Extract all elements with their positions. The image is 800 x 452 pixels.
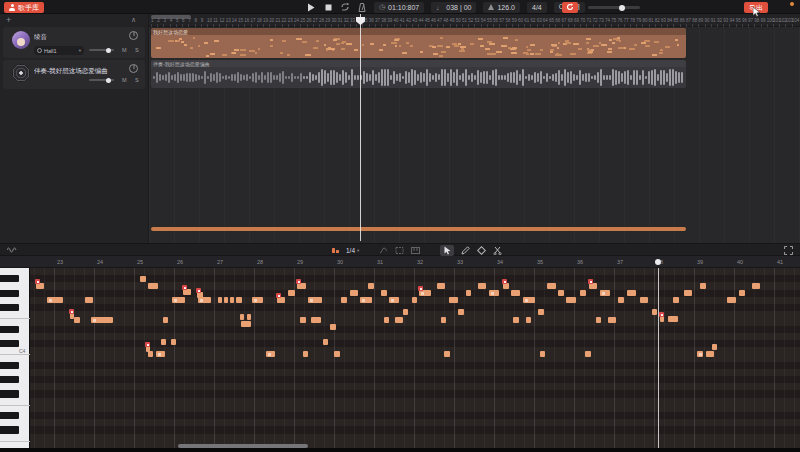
midi-note[interactable] [640, 297, 648, 303]
midi-note[interactable] [608, 317, 616, 323]
loop-button[interactable] [340, 2, 350, 12]
midi-note[interactable] [540, 351, 545, 357]
midi-note[interactable] [589, 283, 597, 289]
track-volume-slider[interactable] [89, 79, 114, 81]
reverb-dropdown[interactable]: Hall1 ▾ [34, 46, 84, 55]
black-key[interactable] [0, 340, 19, 347]
midi-clip[interactable]: 我好想这场恋爱 [151, 28, 686, 58]
midi-note[interactable] [266, 351, 275, 357]
black-key[interactable] [0, 412, 19, 419]
midi-note[interactable] [47, 297, 63, 303]
track-name[interactable]: 绫音 [34, 33, 47, 42]
midi-note[interactable] [727, 297, 736, 303]
midi-note[interactable] [140, 276, 146, 282]
midi-note[interactable] [596, 317, 601, 323]
master-volume-slider[interactable] [588, 6, 640, 9]
piano-roll-ruler[interactable]: 23242526272829303132333435363738394041 [0, 256, 800, 268]
arrangement-overview-bar[interactable] [151, 227, 686, 231]
midi-note[interactable] [697, 351, 703, 357]
metronome-button[interactable] [357, 2, 367, 12]
grid-size-dropdown[interactable]: 1/4 ▾ [346, 247, 359, 254]
midi-note[interactable] [311, 317, 321, 323]
arrange-ruler[interactable]: 1234567891011121314151617181920212223242… [149, 14, 800, 27]
midi-note[interactable] [368, 283, 374, 289]
midi-note[interactable] [308, 297, 322, 303]
singer-avatar[interactable] [12, 31, 30, 49]
midi-note[interactable] [183, 289, 191, 295]
midi-note[interactable] [198, 297, 211, 303]
midi-note[interactable] [618, 297, 624, 303]
black-key[interactable] [0, 326, 19, 333]
quantize-notes-icon[interactable] [332, 248, 339, 253]
time-signature-display[interactable]: 4/4 [527, 2, 547, 13]
midi-note[interactable] [547, 283, 556, 289]
midi-note[interactable] [458, 309, 464, 315]
midi-note[interactable] [74, 317, 80, 323]
midi-note[interactable] [172, 297, 185, 303]
collapse-panel-button[interactable]: ∧ [131, 14, 136, 26]
midi-note[interactable] [171, 339, 176, 345]
midi-note[interactable] [156, 351, 165, 357]
black-key[interactable] [0, 362, 19, 369]
midi-note[interactable] [303, 351, 308, 357]
midi-note[interactable] [236, 297, 242, 303]
singer-library-button[interactable]: 歌手库 [4, 2, 44, 13]
midi-note[interactable] [330, 324, 336, 330]
midi-note[interactable] [580, 290, 586, 296]
midi-note[interactable] [673, 297, 679, 303]
midi-note[interactable] [389, 297, 399, 303]
midi-note[interactable] [300, 317, 306, 323]
midi-note[interactable] [381, 290, 387, 296]
midi-note[interactable] [395, 317, 403, 323]
midi-note[interactable] [652, 309, 657, 315]
track-volume-slider[interactable] [89, 49, 114, 51]
midi-note[interactable] [752, 283, 760, 289]
midi-note[interactable] [163, 317, 168, 323]
bar-beat-display[interactable]: ♩ 038 | 00 [431, 2, 476, 13]
midi-note[interactable] [36, 283, 44, 289]
midi-note[interactable] [444, 351, 450, 357]
midi-note[interactable] [218, 297, 222, 303]
midi-note[interactable] [558, 290, 564, 296]
play-button[interactable] [306, 2, 316, 12]
midi-note[interactable] [449, 297, 458, 303]
midi-note[interactable] [489, 290, 499, 296]
midi-note[interactable] [627, 290, 636, 296]
midi-note[interactable] [277, 297, 285, 303]
pitch-curve-tool[interactable] [379, 246, 388, 255]
midi-note[interactable] [384, 317, 389, 323]
midi-note[interactable] [706, 351, 714, 357]
midi-note[interactable] [600, 290, 610, 296]
scissors-tool[interactable] [493, 246, 502, 255]
midi-note[interactable] [360, 297, 372, 303]
mute-button[interactable]: M [122, 47, 127, 53]
volume-slider-handle[interactable] [619, 5, 625, 11]
midi-note[interactable] [503, 283, 509, 289]
midi-note[interactable] [334, 351, 340, 357]
midi-note[interactable] [712, 344, 717, 350]
stop-button[interactable] [323, 2, 333, 12]
glue-tool[interactable] [477, 246, 486, 255]
audio-clip[interactable]: 伴奏-我好想这场恋爱编曲 [151, 60, 686, 88]
midi-note[interactable] [419, 290, 431, 296]
midi-note[interactable] [148, 283, 158, 289]
piano-roll-playhead-marker[interactable] [655, 259, 661, 265]
select-tool[interactable] [440, 245, 454, 256]
add-track-button[interactable]: + [6, 14, 11, 26]
midi-note[interactable] [660, 316, 664, 322]
midi-note[interactable] [230, 297, 234, 303]
midi-note[interactable] [523, 297, 535, 303]
midi-note[interactable] [511, 290, 520, 296]
piano-keyboard[interactable]: C4 [0, 268, 30, 448]
track-card-vocal[interactable]: 绫音 Hall1 ▾ M S [3, 27, 145, 58]
midi-note[interactable] [668, 316, 678, 322]
pencil-tool[interactable] [461, 246, 470, 255]
midi-note[interactable] [297, 283, 306, 289]
midi-note[interactable] [241, 321, 251, 327]
midi-note[interactable] [240, 314, 244, 320]
midi-note[interactable] [412, 297, 417, 303]
midi-note[interactable] [526, 317, 531, 323]
arrange-area[interactable]: 1234567891011121314151617181920212223242… [148, 14, 800, 243]
piano-roll-grid[interactable] [30, 268, 800, 448]
midi-note[interactable] [161, 339, 166, 345]
